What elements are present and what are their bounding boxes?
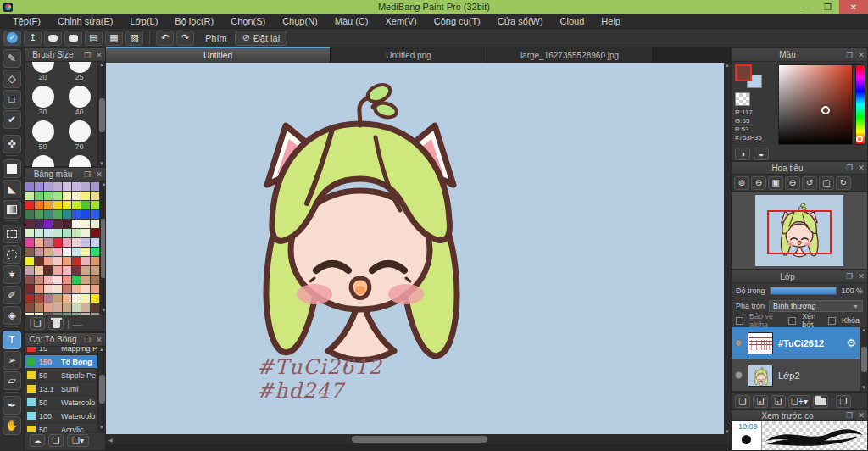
palette-swatch[interactable] [25,257,34,265]
layer-scrollbar[interactable]: ▲ ▼ [860,327,867,392]
palette-swatch[interactable] [53,303,62,312]
palette-swatch[interactable] [72,294,81,303]
menu-item-3[interactable]: Lớp(L) [122,14,165,28]
palette-swatch[interactable] [25,192,34,200]
palette-swatch[interactable] [72,257,81,265]
palette-swatch[interactable] [81,201,90,209]
redo-button[interactable]: ↷ [176,31,194,46]
sv-marker[interactable] [821,106,830,114]
grid-edit-button[interactable]: ▨ [125,31,143,46]
palette-swatch[interactable] [72,303,81,312]
palette-swatch[interactable] [81,238,90,247]
palette-swatch[interactable] [91,313,99,315]
close-icon[interactable]: ✕ [855,51,867,59]
palette-swatch[interactable] [44,276,53,284]
menu-item-1[interactable]: Tệp(F) [5,14,48,28]
palette-swatch[interactable] [25,285,34,293]
palette-swatch[interactable] [35,248,43,256]
menu-item-7[interactable]: Màu (C) [327,14,376,28]
palette-swatch[interactable] [53,201,62,209]
brush-size-swatch[interactable] [32,155,54,168]
menu-item-12[interactable]: Help [593,14,628,28]
palette-swatch[interactable] [44,220,53,228]
palette-swatch[interactable] [53,182,62,191]
clipping-checkbox[interactable] [788,317,796,325]
hue-marker[interactable] [856,136,863,142]
minimize-button[interactable]: – [793,0,816,14]
hand-tool[interactable]: ✋ [3,416,21,435]
rotate-right-button[interactable]: ↻ [836,176,851,190]
publish-button[interactable]: ↥ [24,31,42,46]
palette-swatch[interactable] [63,285,71,293]
palette-swatch[interactable] [81,210,90,219]
document-button[interactable]: ▤ [85,31,103,46]
palette-swatch[interactable] [91,229,99,237]
palette-swatch[interactable] [72,192,81,200]
palette-swatch[interactable] [63,257,71,265]
palette-swatch[interactable] [91,257,99,265]
palette-swatch[interactable] [72,313,81,315]
foreground-color-swatch[interactable] [735,64,752,81]
canvas-vertical-scrollbar[interactable]: ▲ ▼ [724,63,731,434]
menu-item-5[interactable]: Chọn(S) [223,14,273,28]
palette-swatch[interactable] [35,303,43,312]
popout-icon[interactable]: ❐ [81,170,93,179]
palette-swatch[interactable] [53,210,62,219]
palette-swatch[interactable] [44,266,53,275]
color-wheel-button[interactable]: ◑ [735,148,750,160]
brush-size-value-box[interactable]: 10.89 [732,421,762,450]
popout-icon[interactable]: ❐ [843,164,855,172]
palette-swatch[interactable] [81,248,90,256]
palette-swatch[interactable] [35,257,43,265]
palette-swatch[interactable] [72,210,81,219]
brush-list-item[interactable]: 50Watercolo [25,396,97,409]
operate-tool[interactable]: ➢ [3,351,21,370]
gradient-tool[interactable] [3,200,21,219]
palette-swatch[interactable] [25,210,34,219]
fit-window-button[interactable]: ▣ [768,176,783,190]
palette-swatch[interactable] [63,294,71,303]
brush-list-item[interactable]: 15Mapping P [25,347,97,355]
palette-swatch[interactable] [63,276,71,284]
gear-icon[interactable]: ⚙ [846,337,856,349]
navigator-thumbnail[interactable] [755,195,843,266]
palette-swatch[interactable] [63,229,71,237]
palette-swatch[interactable] [81,285,90,293]
close-icon[interactable]: ✕ [93,336,105,344]
palette-swatch[interactable] [63,192,71,200]
close-icon[interactable]: ✕ [855,411,867,420]
palette-swatch[interactable] [25,248,34,256]
palette-swatch[interactable] [81,313,90,315]
palette-swatch[interactable] [72,276,81,284]
palette-swatch[interactable] [72,248,81,256]
palette-swatch[interactable] [53,229,62,237]
brush-size-swatch[interactable] [69,155,91,168]
chat-bubble-button[interactable] [64,31,82,46]
curve-tool[interactable]: ✔ [3,110,21,129]
zoom-actual-button[interactable]: ⊚ [734,176,749,190]
brushes-scrollbar[interactable]: ▲ ▼ [97,347,105,432]
palette-swatch[interactable] [53,285,62,293]
brush-size-swatch[interactable] [69,120,91,142]
layer-row[interactable]: Lớp2 [732,359,860,392]
brush-list-item[interactable]: 100Watercolo [25,409,97,423]
brush-tool[interactable]: ✎ [3,49,21,68]
palette-swatch[interactable] [35,192,43,200]
menu-item-11[interactable]: Cloud [553,14,593,28]
palette-swatch[interactable] [35,238,43,247]
close-icon[interactable]: ✕ [855,272,867,281]
alpha-protect-checkbox[interactable] [736,317,743,325]
fill-shape-tool[interactable] [3,159,21,178]
restore-button[interactable]: ❐ [816,0,839,14]
palette-swatch[interactable] [72,266,81,275]
palette-swatch[interactable] [81,266,90,275]
menu-item-2[interactable]: Chỉnh sửa(E) [50,14,120,28]
brush-list-item[interactable]: 150Tô Bóng [25,355,97,369]
transparent-color-swatch[interactable] [735,92,750,106]
palette-swatch[interactable] [53,192,62,200]
cloud-brush-button[interactable]: ☁ [30,434,45,447]
palette-swatch[interactable] [91,238,99,247]
palette-swatch[interactable] [44,303,53,312]
brush-options-button[interactable]: ❏▾ [67,434,89,447]
menu-item-4[interactable]: Bộ lọc(R) [167,14,221,28]
